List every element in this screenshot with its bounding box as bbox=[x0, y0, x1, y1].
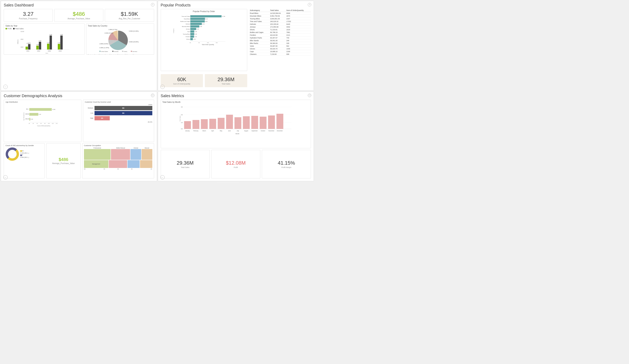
svg-text:May: May bbox=[220, 130, 222, 132]
bar-helmets bbox=[190, 23, 202, 25]
info-icon-pp[interactable]: ? bbox=[308, 3, 311, 6]
occ-tick-1: 6K bbox=[84, 168, 97, 170]
sm-kpi-row: 29.36M Total Sales $12.08M Profit 41.15%… bbox=[161, 150, 311, 179]
svg-text:55 +: 55 + bbox=[26, 108, 29, 110]
svg-text:July: July bbox=[236, 130, 239, 132]
table-row: Cleaners7,218.60908 bbox=[249, 53, 311, 56]
svg-text:Caps: Caps bbox=[187, 31, 190, 32]
occupation-treemap-bottom: Management bbox=[84, 160, 152, 168]
sales-by-year-title: Sales by Year bbox=[5, 25, 83, 27]
svg-text:2.2K: 2.2K bbox=[194, 31, 197, 32]
popular-products-title: Popular Products bbox=[161, 3, 311, 7]
svg-text:$5M: $5M bbox=[21, 39, 23, 40]
product-table[interactable]: Subcategory Total Sales Sum of OrderQuan… bbox=[249, 9, 311, 56]
pie-chart-svg: 9.39M (31.98%) 9.06M (30.86%) 3.39M (11.… bbox=[88, 28, 152, 53]
table-cell: 8068 bbox=[286, 12, 311, 15]
back-nav-icon-sm[interactable]: ← bbox=[160, 175, 165, 180]
table-cell: Cleaners bbox=[249, 53, 270, 56]
table-cell: Fenders bbox=[249, 34, 270, 36]
info-icon-cd[interactable]: ⓘ bbox=[151, 94, 155, 97]
table-cell: Socks bbox=[249, 56, 270, 56]
table-cell: 1430 bbox=[286, 47, 311, 50]
avg-purchase-box: $486 Average_Purchase_Value bbox=[46, 143, 80, 179]
svg-text:United States: United States bbox=[101, 51, 108, 52]
sm-kpi-margin: 41.15% Profit Margin bbox=[262, 150, 311, 179]
back-nav-icon-cd[interactable]: ← bbox=[3, 175, 8, 180]
bar-feb bbox=[192, 120, 199, 129]
income-high-label: High bbox=[85, 117, 95, 119]
svg-text:Helmets: Helmets bbox=[185, 23, 190, 25]
back-nav-icon-pp[interactable]: ← bbox=[160, 85, 165, 89]
occ-tick-2: 3K bbox=[98, 168, 111, 170]
table-row: Bike Racks39,360.00328 bbox=[249, 42, 311, 45]
occ-block-5 bbox=[109, 160, 127, 168]
gender-val-m: 9.13K (49.4...) bbox=[20, 152, 29, 154]
bar-total-2003 bbox=[50, 35, 52, 50]
sm-margin-label: Profit Margin bbox=[281, 166, 291, 168]
income-level-chart: Customer Count by Income Level 100% Medi… bbox=[83, 100, 154, 142]
table-cell: 6440 bbox=[286, 23, 311, 25]
svg-text:4.1M: 4.1M bbox=[47, 42, 49, 43]
bar-sep bbox=[251, 116, 258, 129]
total-sales-country-title: Total Sales by Country bbox=[88, 25, 152, 27]
bar-age-3554 bbox=[29, 113, 38, 116]
svg-text:9.06M (30.86%): 9.06M (30.86%) bbox=[129, 41, 139, 43]
gender-content: M 9.13K (49.4...) F 9.35K (50.5...) bbox=[5, 147, 43, 161]
sales-dashboard-title: Sales Dashboard bbox=[4, 3, 154, 7]
help-icon[interactable]: ? bbox=[151, 3, 155, 6]
table-cell: 245,529.32 bbox=[269, 20, 286, 23]
income-low-value: 8K bbox=[122, 112, 125, 114]
svg-text:October: October bbox=[261, 130, 265, 131]
svg-text:September: September bbox=[251, 130, 258, 132]
income-pct-label: 100% bbox=[85, 104, 152, 105]
table-row: Fenders46,619.582121 bbox=[249, 34, 311, 36]
svg-text:2003: 2003 bbox=[48, 50, 51, 52]
gender-legend: M 9.13K (49.4...) F 9.35K (50.5...) bbox=[20, 150, 29, 158]
bar-oct bbox=[260, 117, 266, 129]
occ-professional: Professional bbox=[84, 147, 111, 149]
sales-metrics-panel: Sales Metrics ⓘ Total Sales by Month 3M … bbox=[158, 91, 314, 182]
occupation-title: Customer Occupation bbox=[84, 145, 152, 147]
kpi-row: 3.27 Purchase_Frequency $486 Average_Pur… bbox=[4, 9, 154, 22]
avg-purchase-label-cd: Average_Purchase_Value bbox=[52, 162, 75, 165]
bar-bottles bbox=[190, 20, 205, 22]
table-cell: 4970 bbox=[286, 15, 311, 17]
bar-tires bbox=[190, 15, 221, 17]
svg-text:Bottles and Cages: Bottles and Cages bbox=[180, 21, 190, 22]
svg-rect-28 bbox=[122, 51, 123, 52]
table-cell: 562 bbox=[286, 45, 311, 47]
svg-text:Millions: Millions bbox=[17, 39, 18, 44]
chart-legend: Profit Total Sales bbox=[5, 28, 83, 30]
legend-profit: Profit bbox=[7, 28, 11, 30]
legend-total-sales: Total Sales bbox=[15, 28, 24, 30]
sm-kpi-profit: $12.08M Profit bbox=[211, 150, 260, 179]
svg-text:3.39M (11.55%): 3.39M (11.55%) bbox=[99, 47, 109, 49]
gender-chart: Count of AltCustomerKey by Gender M 9.13… bbox=[4, 143, 45, 179]
occ-block-2 bbox=[111, 149, 130, 160]
back-nav-icon[interactable]: ← bbox=[3, 85, 8, 89]
svg-text:March: March bbox=[202, 130, 206, 131]
table-row: Gloves35,020.701430 bbox=[249, 47, 311, 50]
occ-block-4 bbox=[142, 149, 152, 160]
table-row: Shorts71,319.811019 bbox=[249, 28, 311, 31]
table-row: Touring Bikes3,844,801.052167 bbox=[249, 17, 311, 20]
table-cell: 733 bbox=[286, 36, 311, 39]
sales-by-year-svg: $10M $5M $0M Millions 1.3M 3.3M 2.6M 6.5… bbox=[5, 30, 83, 53]
bar-profit-2003 bbox=[47, 44, 49, 50]
table-cell: 46,619.58 bbox=[269, 34, 286, 36]
table-cell: 2167 bbox=[286, 17, 311, 20]
popular-products-panel: Popular Products ? Popular Product by Or… bbox=[158, 1, 314, 91]
sm-profit-label: Profit bbox=[234, 166, 238, 168]
svg-text:Tires and Tubes: Tires and Tubes bbox=[181, 16, 190, 17]
total-sales-month-chart: Total Sales by Month 3M 2M 1M 0M Total S… bbox=[161, 100, 311, 148]
svg-text:9.8M: 9.8M bbox=[60, 34, 63, 35]
table-cell: 5,106.32 bbox=[269, 56, 286, 56]
svg-text:2.64M (9.01%): 2.64M (9.01%) bbox=[105, 32, 114, 34]
income-medium-bar: 8K bbox=[95, 106, 152, 110]
pp-order-qty-value: 60K bbox=[163, 77, 201, 83]
table-row: Bike Stands39,591.00249 bbox=[249, 39, 311, 42]
info-icon-sm[interactable]: ⓘ bbox=[308, 94, 311, 97]
table-cell: 3,844,801.05 bbox=[269, 17, 286, 20]
table-cell: Tires and Tubes bbox=[249, 20, 270, 23]
gender-legend-m: M bbox=[20, 150, 29, 152]
